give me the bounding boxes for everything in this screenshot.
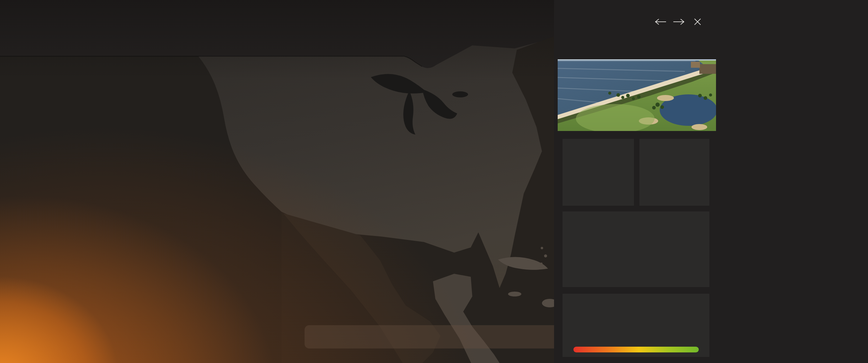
growth-donut-center: [576, 171, 621, 174]
sentiment-gradient-bar: [574, 346, 699, 353]
sentiment-donut-card: [640, 139, 709, 206]
prev-trend-button[interactable]: [654, 18, 666, 25]
trend-photo: [558, 59, 716, 131]
trend-line-chart: [562, 211, 709, 287]
wordcloud-card: [562, 294, 709, 357]
growth-donut-card: [562, 139, 634, 206]
trend-panel: [554, 0, 868, 363]
trend-line-card: [562, 211, 709, 287]
next-trend-button[interactable]: [673, 18, 685, 25]
map-legend: [305, 325, 571, 349]
golf-course-image: [558, 59, 716, 131]
close-panel-button[interactable]: [693, 18, 702, 26]
app: [0, 0, 868, 363]
sentiment-donut-chart: [640, 139, 709, 206]
